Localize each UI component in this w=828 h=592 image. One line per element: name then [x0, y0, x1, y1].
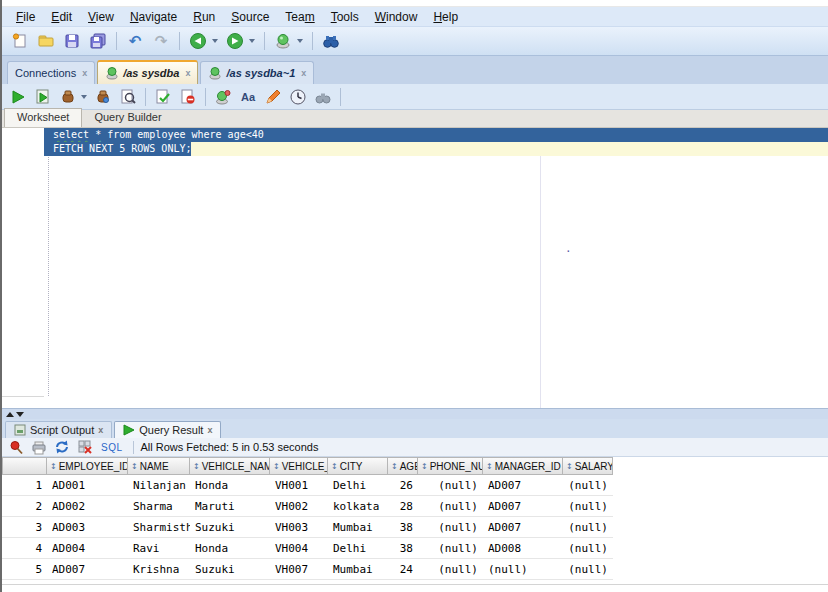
table-cell[interactable]: kolkata [328, 496, 388, 517]
table-cell[interactable]: (null) [483, 559, 563, 580]
table-cell[interactable]: Maruti [190, 496, 270, 517]
row-number-cell[interactable]: 1 [2, 475, 47, 496]
table-cell[interactable]: (null) [563, 517, 613, 538]
table-cell[interactable]: VH004 [270, 538, 328, 559]
print-button[interactable] [29, 439, 49, 456]
table-cell[interactable]: (null) [563, 475, 613, 496]
table-row[interactable]: 5AD007KrishnaSuzukiVH007Mumbai24(null)(n… [2, 559, 613, 580]
row-number-cell[interactable]: 2 [2, 496, 47, 517]
table-cell[interactable]: 38 [388, 538, 418, 559]
table-cell[interactable]: VH007 [270, 559, 328, 580]
table-cell[interactable]: Ravi [128, 538, 190, 559]
sql-worksheet-link[interactable]: SQL [98, 442, 126, 453]
save-all-button[interactable] [86, 30, 110, 53]
table-cell[interactable]: AD001 [47, 475, 128, 496]
sql-editor[interactable]: select * from employee where age<40 FETC… [2, 128, 828, 408]
table-cell[interactable]: AD007 [47, 559, 128, 580]
clear-button[interactable] [261, 85, 285, 108]
table-cell[interactable]: AD007 [483, 496, 563, 517]
table-cell[interactable]: AD003 [47, 517, 128, 538]
collapse-down-icon[interactable] [16, 412, 24, 417]
back-dropdown-icon[interactable] [212, 39, 218, 43]
table-cell[interactable]: (null) [418, 559, 483, 580]
table-cell[interactable]: 28 [388, 496, 418, 517]
forward-dropdown-icon[interactable] [249, 39, 255, 43]
table-cell[interactable]: AD007 [483, 517, 563, 538]
redo-button[interactable]: ↷ [149, 30, 173, 53]
editor-tab-worksheet[interactable]: Worksheet [4, 108, 82, 127]
table-cell[interactable]: (null) [418, 517, 483, 538]
forward-button[interactable] [223, 30, 247, 53]
table-row[interactable]: 2AD002SharmaMarutiVH002kolkata28(null)AD… [2, 496, 613, 517]
table-cell[interactable]: (null) [418, 475, 483, 496]
sql-history-button[interactable] [286, 85, 310, 108]
sql-line-2[interactable]: FETCH NEXT 5 ROWS ONLY; [44, 142, 828, 156]
table-cell[interactable]: AD004 [47, 538, 128, 559]
menu-item-tools[interactable]: Tools [323, 8, 367, 26]
autotrace-dropdown-icon[interactable] [81, 95, 87, 99]
doc-tab-as-sysdba-1[interactable]: /as sysdba~1x [200, 61, 314, 84]
row-number-cell[interactable]: 4 [2, 538, 47, 559]
tab-close-icon[interactable]: x [80, 69, 87, 78]
column-header-age[interactable]: ↕AGE [388, 457, 418, 475]
table-cell[interactable]: Nilanjan [128, 475, 190, 496]
connections-button[interactable] [271, 30, 295, 53]
delete-grid-button[interactable] [75, 439, 95, 456]
menu-item-navigate[interactable]: Navigate [122, 8, 185, 26]
table-cell[interactable]: VH003 [270, 517, 328, 538]
column-header-name[interactable]: ↕NAME [128, 457, 190, 475]
find-button[interactable] [311, 85, 335, 108]
table-row[interactable]: 4AD004RaviHondaVH004Delhi38(null)AD008(n… [2, 538, 613, 559]
result-grid[interactable]: 1AD001NilanjanHondaVH001Delhi26(null)AD0… [2, 475, 613, 580]
doc-tab-as-sysdba[interactable]: /as sysdbax [97, 60, 198, 84]
menu-item-edit[interactable]: Edit [43, 8, 80, 26]
column-header-manager-id[interactable]: ↕MANAGER_ID [483, 457, 563, 475]
table-row[interactable]: 1AD001NilanjanHondaVH001Delhi26(null)AD0… [2, 475, 613, 496]
table-cell[interactable]: Mumbai [328, 559, 388, 580]
commit-button[interactable] [151, 85, 175, 108]
tab-close-icon[interactable]: x [299, 69, 306, 78]
pin-button[interactable] [6, 439, 26, 456]
table-cell[interactable]: VH002 [270, 496, 328, 517]
column-header-city[interactable]: ↕CITY [328, 457, 388, 475]
column-header-vehicle-name[interactable]: ↕VEHICLE_NAME [190, 457, 270, 475]
table-cell[interactable]: AD002 [47, 496, 128, 517]
connections-dropdown-icon[interactable] [297, 39, 303, 43]
unshared-worksheet-button[interactable] [211, 85, 235, 108]
table-cell[interactable]: Mumbai [328, 517, 388, 538]
menu-item-run[interactable]: Run [185, 8, 223, 26]
row-number-cell[interactable]: 5 [2, 559, 47, 580]
column-header-salary[interactable]: ↕SALARY [563, 457, 613, 475]
table-cell[interactable]: Suzuki [190, 517, 270, 538]
editor-tab-query-builder[interactable]: Query Builder [82, 109, 173, 127]
tab-close-icon[interactable]: x [98, 425, 103, 435]
table-cell[interactable]: (null) [563, 538, 613, 559]
run-statement-button[interactable] [6, 85, 30, 108]
doc-tab-connections[interactable]: Connectionsx [7, 61, 95, 84]
menu-item-help[interactable]: Help [425, 8, 466, 26]
menu-item-source[interactable]: Source [223, 8, 277, 26]
open-file-button[interactable] [34, 30, 58, 53]
search-button[interactable] [319, 30, 343, 53]
autotrace-button[interactable] [56, 85, 80, 108]
table-cell[interactable]: (null) [418, 496, 483, 517]
menu-item-team[interactable]: Team [277, 8, 322, 26]
table-cell[interactable]: (null) [563, 559, 613, 580]
table-cell[interactable]: (null) [418, 538, 483, 559]
explain-plan-button[interactable] [91, 85, 115, 108]
sql-tuning-advisor-button[interactable] [116, 85, 140, 108]
table-cell[interactable]: VH001 [270, 475, 328, 496]
new-file-button[interactable] [8, 30, 32, 53]
table-cell[interactable]: 24 [388, 559, 418, 580]
undo-button[interactable]: ↶ [123, 30, 147, 53]
panel-splitter[interactable] [2, 408, 828, 419]
table-cell[interactable]: Honda [190, 475, 270, 496]
table-cell[interactable]: AD007 [483, 475, 563, 496]
menu-item-file[interactable]: File [8, 8, 43, 26]
rollback-button[interactable] [176, 85, 200, 108]
table-cell[interactable]: Honda [190, 538, 270, 559]
save-button[interactable] [60, 30, 84, 53]
collapse-up-icon[interactable] [6, 412, 14, 417]
fetch-button[interactable] [52, 439, 72, 456]
table-cell[interactable]: 26 [388, 475, 418, 496]
